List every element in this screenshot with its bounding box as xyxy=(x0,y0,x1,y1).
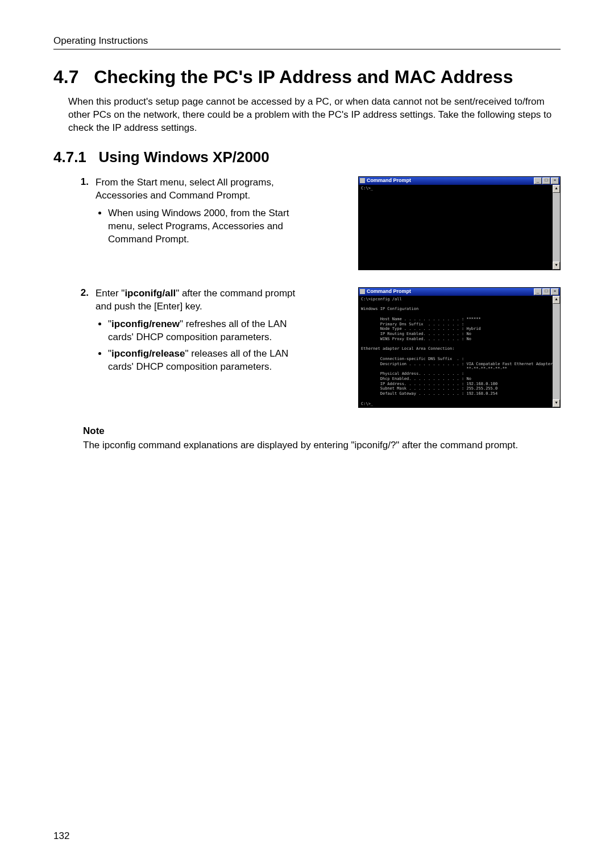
minimize-button[interactable]: _ xyxy=(534,288,542,295)
running-head: Operating Instructions xyxy=(53,35,561,49)
maximize-button[interactable]: □ xyxy=(542,177,550,184)
section-title: Checking the PC's IP Address and MAC Add… xyxy=(94,67,513,87)
command-prompt-window-1: Command Prompt _ □ × C:\>_ ▲ ▼ xyxy=(358,176,561,270)
step-2-bullet-1: "ipconfig/renew" refreshes all of the LA… xyxy=(108,318,300,344)
section-heading: 4.7 Checking the PC's IP Address and MAC… xyxy=(53,67,561,88)
page: Operating Instructions 4.7 Checking the … xyxy=(0,0,614,868)
step-1-bullets: When using Windows 2000, from the Start … xyxy=(96,207,300,246)
note-block: Note The ipconfig command explanations a… xyxy=(83,425,561,452)
step-text: Enter "ipconifg/all" after the command p… xyxy=(96,287,300,377)
step-1-figure: Command Prompt _ □ × C:\>_ ▲ ▼ xyxy=(307,176,561,270)
window-title: Command Prompt xyxy=(367,178,411,183)
step-2: 2. Enter "ipconifg/all" after the comman… xyxy=(53,287,561,408)
scrollbar[interactable]: ▲ ▼ xyxy=(553,185,560,270)
subsection-heading: 4.7.1 Using Windows XP/2000 xyxy=(53,148,561,166)
window-body: C:\>_ ▲ ▼ xyxy=(359,185,560,270)
close-button[interactable]: × xyxy=(551,177,559,184)
terminal-output: C:\>_ xyxy=(359,185,553,270)
subsection-title: Using Windows XP/2000 xyxy=(99,148,269,166)
intro-paragraph: When this product's setup page cannot be… xyxy=(68,96,561,135)
step-2-figure: Command Prompt _ □ × C:\>ipconfig /all W… xyxy=(307,287,561,408)
window-titlebar: Command Prompt _ □ × xyxy=(359,177,560,185)
window-buttons: _ □ × xyxy=(534,288,559,295)
cmd-icon xyxy=(360,289,365,294)
step-2-bullets: "ipconfig/renew" refreshes all of the LA… xyxy=(96,318,300,374)
window-title: Command Prompt xyxy=(367,289,411,294)
step-text: From the Start menu, select All programs… xyxy=(96,176,300,250)
section-number: 4.7 xyxy=(53,67,78,87)
step-number: 1. xyxy=(76,176,89,188)
command-prompt-window-2: Command Prompt _ □ × C:\>ipconfig /all W… xyxy=(358,287,561,408)
note-label: Note xyxy=(83,425,561,438)
window-body: C:\>ipconfig /all Windows IP Configurati… xyxy=(359,296,560,408)
maximize-button[interactable]: □ xyxy=(542,288,550,295)
close-button[interactable]: × xyxy=(551,288,559,295)
minimize-button[interactable]: _ xyxy=(534,177,542,184)
step-2-bullet-2: "ipconfig/release" releases all of the L… xyxy=(108,348,300,374)
cmd-icon xyxy=(360,178,365,183)
step-1-bullet-1: When using Windows 2000, from the Start … xyxy=(108,207,300,246)
window-titlebar: Command Prompt _ □ × xyxy=(359,288,560,296)
note-text: The ipconfig command explanations are di… xyxy=(83,440,518,450)
scroll-up-button[interactable]: ▲ xyxy=(553,296,560,304)
subsection-number: 4.7.1 xyxy=(53,148,86,166)
terminal-output: C:\>ipconfig /all Windows IP Configurati… xyxy=(359,296,553,408)
window-buttons: _ □ × xyxy=(534,177,559,184)
steps-list: 1. From the Start menu, select All progr… xyxy=(53,176,561,408)
step-number: 2. xyxy=(76,287,89,299)
scroll-down-button[interactable]: ▼ xyxy=(553,262,560,270)
scroll-down-button[interactable]: ▼ xyxy=(553,399,560,407)
page-number: 132 xyxy=(53,830,69,842)
step-2-text: Enter "ipconifg/all" after the command p… xyxy=(96,288,295,312)
step-1: 1. From the Start menu, select All progr… xyxy=(53,176,561,270)
scrollbar[interactable]: ▲ ▼ xyxy=(553,296,560,408)
step-1-text: From the Start menu, select All programs… xyxy=(96,177,274,201)
scroll-up-button[interactable]: ▲ xyxy=(553,185,560,193)
